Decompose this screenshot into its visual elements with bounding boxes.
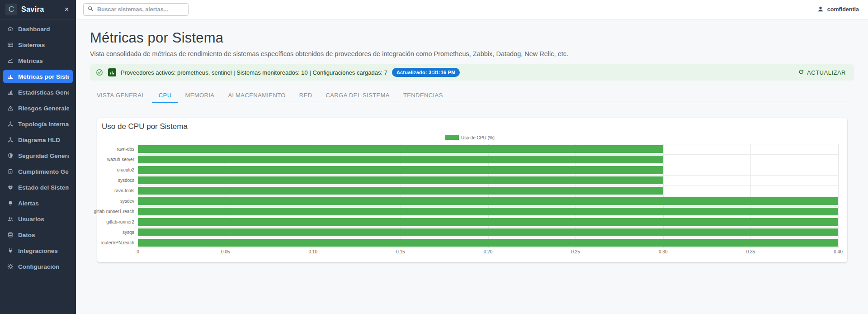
user-menu[interactable]: comfidentia	[817, 5, 859, 14]
sidebar-item-metricas[interactable]: Métricas	[3, 54, 73, 67]
page-subtitle: Vista consolidada de métricas de rendimi…	[90, 50, 854, 57]
check-circle-icon	[95, 68, 104, 76]
search-input[interactable]	[96, 6, 184, 13]
topology-icon	[7, 121, 14, 127]
bar	[138, 176, 663, 184]
gridline-horizontal	[138, 196, 838, 196]
sidebar-item-dashboard[interactable]: Dashboard	[3, 22, 73, 36]
metrics-icon	[7, 57, 14, 64]
bar-chart-icon	[7, 73, 14, 80]
bar	[138, 218, 838, 226]
x-axis-tick: 0.15	[396, 249, 405, 254]
sidebar-item-label: Estadísticas Generales	[18, 89, 69, 96]
x-axis-tick: 0.35	[746, 249, 755, 254]
bell-icon	[7, 200, 14, 206]
sidebar-item-integraciones[interactable]: Integraciones	[3, 244, 73, 257]
legend-swatch	[445, 135, 459, 140]
sidebar-item-label: Datos	[18, 232, 35, 238]
database-icon	[7, 232, 14, 238]
updated-badge: Actualizado: 3:31:16 PM	[392, 68, 460, 77]
tab-tendencias[interactable]: TENDENCIAS	[396, 88, 450, 103]
y-axis-label: ravn-dbs	[102, 144, 138, 154]
gridline-horizontal	[138, 175, 838, 176]
tab-almacenamiento[interactable]: ALMACENAMIENTO	[221, 88, 292, 103]
chart-card: Uso de CPU por Sistema Uso de CPU (%) ra…	[97, 118, 847, 262]
gridline-horizontal	[138, 227, 838, 228]
tab-cpu[interactable]: CPU	[152, 88, 179, 103]
sidebar-item-label: Diagrama HLD	[18, 137, 60, 143]
y-axis-label: sysqa	[102, 227, 138, 238]
sidebar-item-label: Dashboard	[18, 26, 50, 33]
users-icon	[7, 216, 14, 222]
sidebar-item-diagrama-hld[interactable]: Diagrama HLD	[3, 133, 73, 147]
sidebar-item-estado-del-sistema[interactable]: Estado del Sistema	[3, 181, 73, 194]
gear-icon	[7, 263, 14, 270]
sidebar-item-label: Seguridad General	[18, 152, 69, 159]
sidebar-item-configuracion[interactable]: Configuración	[3, 260, 73, 273]
x-axis-tick: 0.25	[571, 249, 580, 254]
sidebar-item-sistemas[interactable]: Sistemas	[3, 38, 73, 52]
tab-memoria[interactable]: MEMORIA	[178, 88, 221, 103]
bar	[138, 156, 663, 163]
sidebar-item-label: Usuarios	[18, 216, 44, 223]
sidebar-item-label: Topología Interna	[18, 121, 69, 128]
sidebar-item-label: Métricas por Sistema	[18, 73, 69, 80]
tab-vista-general[interactable]: VISTA GENERAL	[90, 88, 152, 103]
chart-plot	[138, 144, 838, 248]
sidebar-item-label: Alertas	[18, 200, 39, 207]
x-axis-tick: 0.30	[659, 249, 667, 254]
plug-icon	[7, 247, 14, 254]
topbar: comfidentia	[76, 0, 868, 19]
gridline-horizontal	[138, 247, 838, 248]
refresh-button-label: ACTUALIZAR	[807, 69, 846, 76]
stats-icon	[7, 89, 14, 95]
y-axis-label: sysdev	[102, 196, 138, 206]
brand-logo-icon: C	[5, 4, 17, 15]
y-axis-label: sysdocs	[102, 175, 138, 186]
sidebar-header: C Savira ×	[0, 0, 76, 19]
y-axis-label: ravn-tools	[102, 186, 138, 196]
bar	[138, 197, 838, 205]
sidebar-item-cumplimiento-general[interactable]: Cumplimiento General	[3, 165, 73, 178]
sidebar-nav: DashboardSistemasMétricasMétricas por Si…	[0, 19, 76, 273]
gridline-horizontal	[138, 217, 838, 217]
main-content: Métricas por Sistema Vista consolidada d…	[76, 19, 868, 314]
sidebar-item-riesgos-generales[interactable]: Riesgos Generales	[3, 101, 73, 115]
warning-icon	[7, 105, 14, 111]
sidebar-item-topologia-interna[interactable]: Topología Interna	[3, 117, 73, 131]
sidebar-item-label: Integraciones	[18, 247, 58, 254]
tabs-bar: VISTA GENERALCPUMEMORIAALMACENAMIENTORED…	[90, 88, 854, 103]
tab-carga-del-sistema[interactable]: CARGA DEL SISTEMA	[319, 88, 396, 103]
sidebar-item-label: Métricas	[18, 57, 43, 64]
x-axis-tick: 0.40	[834, 249, 842, 254]
gridline-horizontal	[138, 154, 838, 155]
page-title: Métricas por Sistema	[90, 30, 854, 46]
sidebar-item-metricas-por-sistema[interactable]: Métricas por Sistema	[3, 70, 73, 83]
y-axis-labels: ravn-dbswazuh-serveroraculo2sysdocsravn-…	[102, 144, 138, 248]
sidebar-item-datos[interactable]: Datos	[3, 228, 73, 242]
refresh-button[interactable]: ACTUALIZAR	[795, 68, 849, 77]
sidebar-item-estadisticas-generales[interactable]: Estadísticas Generales	[3, 86, 73, 99]
x-axis-ticks: 00.050.100.150.200.250.300.350.40	[138, 249, 838, 256]
sidebar-item-alertas[interactable]: Alertas	[3, 196, 73, 210]
sidebar-item-seguridad-general[interactable]: Seguridad General	[3, 149, 73, 162]
chart-area: ravn-dbswazuh-serveroraculo2sysdocsravn-…	[102, 144, 838, 248]
sidebar: C Savira × DashboardSistemasMétricasMétr…	[0, 0, 76, 314]
gridline-vertical	[838, 144, 839, 248]
chart-box-icon	[108, 68, 116, 76]
gridline-horizontal	[138, 238, 838, 238]
gridline-horizontal	[138, 144, 838, 144]
y-axis-label: oraculo2	[102, 165, 138, 175]
close-icon[interactable]: ×	[63, 5, 71, 14]
gridline-horizontal	[138, 186, 838, 186]
bar	[138, 145, 663, 153]
sidebar-item-usuarios[interactable]: Usuarios	[3, 212, 73, 226]
bar	[138, 239, 838, 247]
search-icon	[87, 5, 94, 14]
search-box	[83, 3, 189, 16]
diagram-icon	[7, 137, 14, 143]
sidebar-item-label: Configuración	[18, 263, 60, 270]
tab-red[interactable]: RED	[292, 88, 319, 103]
x-axis-tick: 0.10	[309, 249, 317, 254]
user-icon	[817, 5, 824, 14]
